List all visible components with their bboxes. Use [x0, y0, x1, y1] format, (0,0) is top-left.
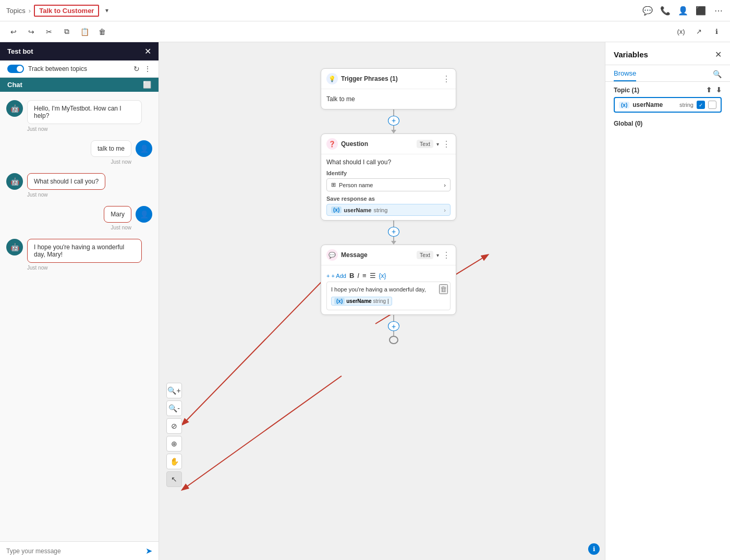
- question-body: What should I call you? Identify ⊞ Perso…: [321, 154, 456, 220]
- user-icon[interactable]: 👤: [678, 5, 688, 16]
- chat-message-5: 🤖 I hope you're having a wonderful day, …: [6, 239, 152, 271]
- italic-btn[interactable]: I: [357, 272, 359, 279]
- message-menu-icon[interactable]: ⋮: [442, 250, 451, 260]
- vars-search-icon[interactable]: 🔍: [713, 70, 722, 78]
- bot-avatar-3: 🤖: [6, 239, 23, 255]
- toolbar-right: (x) ↗ ℹ: [674, 25, 724, 39]
- connector-arrow-2: [391, 241, 396, 245]
- canvas-controls: 🔍+ 🔍- ⊘ ⊕ ✋ ↖: [166, 383, 182, 487]
- identify-label: Identify: [326, 170, 451, 176]
- trigger-menu-icon[interactable]: ⋮: [442, 74, 451, 84]
- message-var-inline: (x) userName string |: [331, 297, 392, 306]
- identify-chevron: ›: [444, 182, 446, 188]
- breadcrumb-active: Talk to Customer: [34, 5, 99, 17]
- var-insert-btn[interactable]: {x}: [379, 272, 386, 279]
- redo-button[interactable]: ↪: [24, 25, 39, 39]
- vars-download-icon[interactable]: ⬇: [716, 86, 722, 94]
- pop-out-icon[interactable]: ⬜: [143, 81, 151, 89]
- zoom-in-btn[interactable]: 🔍+: [166, 383, 182, 398]
- canvas[interactable]: 💡 Trigger Phrases (1) ⋮ Talk to me +: [159, 42, 605, 560]
- message-delete-btn[interactable]: 🗑: [439, 284, 448, 294]
- chat-time-3: Just now: [27, 192, 105, 198]
- connector-line-1: [393, 109, 394, 116]
- breadcrumb-dropdown-btn[interactable]: ▾: [102, 6, 112, 15]
- vars-browse-tab[interactable]: Browse: [614, 69, 636, 81]
- message-content-area[interactable]: 🗑 I hope you're having a wonderful day, …: [326, 282, 451, 310]
- message-dropdown-icon[interactable]: ▾: [436, 252, 439, 258]
- add-content-btn[interactable]: + + Add: [326, 273, 346, 279]
- bold-btn[interactable]: B: [349, 272, 354, 279]
- square-icon[interactable]: ⬛: [696, 5, 706, 16]
- vars-topic-section: Topic (1) ⬆ ⬇ (x) userName string ✓: [605, 82, 730, 118]
- chat-bubble-bot-3: I hope you're having a wonderful day, Ma…: [27, 239, 142, 263]
- paste-button[interactable]: 📋: [77, 25, 92, 39]
- select-tool-btn[interactable]: ↖: [166, 471, 182, 487]
- breadcrumb-topics[interactable]: Topics: [6, 7, 26, 15]
- chat-tab-label: Chat: [7, 81, 22, 89]
- sidebar-close-button[interactable]: ✕: [144, 46, 151, 56]
- copy-button[interactable]: ⧉: [59, 25, 74, 39]
- canvas-info-btn[interactable]: ℹ: [588, 543, 600, 555]
- phone-icon[interactable]: 📞: [660, 5, 671, 16]
- chat-icon[interactable]: 💬: [642, 5, 653, 16]
- question-menu-icon[interactable]: ⋮: [442, 139, 451, 149]
- sidebar-top: Track between topics ↻ ⋮: [0, 60, 159, 78]
- connector-line-3: [393, 315, 394, 321]
- chat-bubble-user-2: Mary: [104, 206, 131, 223]
- fit-view-btn[interactable]: ⊕: [166, 436, 182, 452]
- var-item-check-false[interactable]: [708, 101, 716, 109]
- chat-time-4: Just now: [104, 225, 131, 230]
- chat-area: 🤖 Hello, I'm MyTestbot. How can I help? …: [0, 92, 159, 541]
- more-icon[interactable]: ⋯: [713, 5, 724, 16]
- vars-close-btn[interactable]: ✕: [715, 50, 722, 59]
- question-header-left: ❓ Question: [326, 138, 368, 150]
- add-node-btn-2[interactable]: +: [388, 227, 399, 237]
- message-node-header: 💬 Message Text ▾ ⋮: [321, 245, 456, 265]
- question-dropdown-icon[interactable]: ▾: [436, 141, 439, 147]
- more-options-icon[interactable]: ⋮: [144, 65, 151, 73]
- variables-button[interactable]: (x): [674, 25, 688, 39]
- var-item-check-true[interactable]: ✓: [697, 101, 705, 109]
- sidebar-input-area: ➤: [0, 541, 159, 560]
- msg-var-name: userName: [346, 298, 371, 304]
- chat-input[interactable]: [6, 547, 141, 555]
- info-button[interactable]: ℹ: [709, 25, 724, 39]
- connector-2: +: [321, 221, 467, 245]
- message-content-text: I hope you're having a wonderful day,: [331, 286, 446, 293]
- question-text-badge[interactable]: Text: [417, 140, 433, 148]
- reset-view-btn[interactable]: ⊘: [166, 418, 182, 434]
- align-btn[interactable]: ≡: [362, 272, 367, 279]
- zoom-out-btn[interactable]: 🔍-: [166, 400, 182, 416]
- trigger-phrase: Talk to me: [326, 93, 451, 105]
- message-header-right: Text ▾ ⋮: [417, 250, 451, 260]
- question-icon: ❓: [326, 138, 338, 150]
- track-toggle-switch[interactable]: [7, 65, 24, 73]
- message-text-badge[interactable]: Text: [417, 251, 433, 259]
- connector-3: +: [321, 315, 467, 344]
- send-button[interactable]: ➤: [145, 546, 152, 556]
- vars-upload-icon[interactable]: ⬆: [706, 86, 712, 94]
- user-avatar-2: 👤: [136, 206, 152, 223]
- chat-title-bar: Chat ⬜: [0, 78, 159, 92]
- breadcrumb: Topics › Talk to Customer ▾: [6, 5, 112, 17]
- add-node-btn-3[interactable]: +: [388, 321, 399, 331]
- list-btn[interactable]: ☰: [370, 272, 376, 279]
- message-add-bar: + + Add B I ≡ ☰ {x}: [326, 270, 451, 279]
- var-item-username[interactable]: (x) userName string ✓: [614, 97, 722, 113]
- delete-button[interactable]: 🗑: [95, 25, 110, 39]
- export-button[interactable]: ↗: [691, 25, 706, 39]
- save-response-var[interactable]: (x) userName string ›: [326, 204, 451, 216]
- person-icon: ⊞: [331, 181, 336, 188]
- vars-topic-actions: ⬆ ⬇: [706, 86, 722, 94]
- identify-select[interactable]: ⊞ Person name ›: [326, 178, 451, 191]
- add-node-btn-1[interactable]: +: [388, 116, 399, 126]
- chat-message-3: 🤖 What should I call you? Just now: [6, 173, 152, 198]
- svg-line-1: [182, 376, 342, 490]
- vars-tab-actions: 🔍: [713, 69, 722, 81]
- undo-button[interactable]: ↩: [6, 25, 21, 39]
- cut-button[interactable]: ✂: [42, 25, 56, 39]
- vars-topic-label: Topic (1): [614, 87, 639, 94]
- hand-tool-btn[interactable]: ✋: [166, 454, 182, 469]
- chat-bubble-user-1: talk to me: [91, 140, 131, 157]
- refresh-icon[interactable]: ↻: [133, 65, 140, 73]
